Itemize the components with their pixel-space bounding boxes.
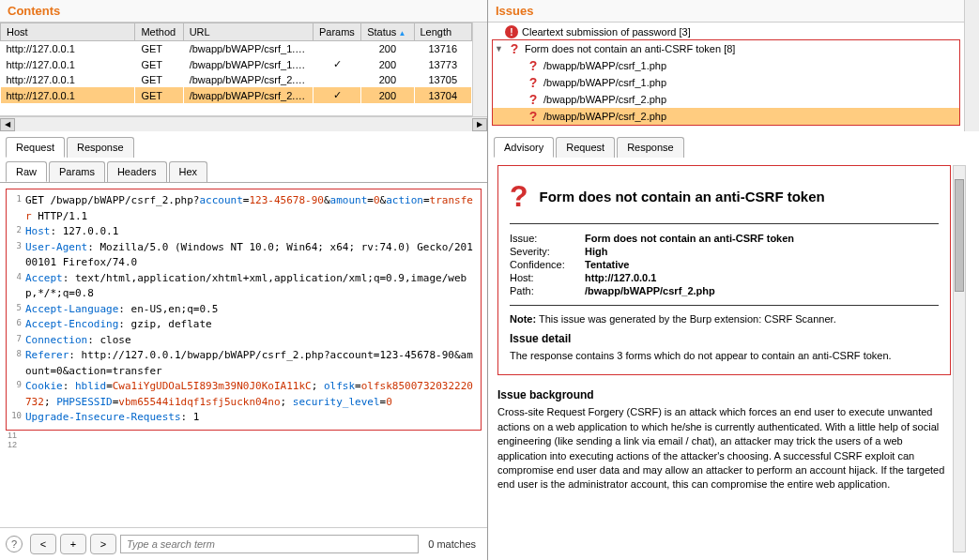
tree-item-label: /bwapp/bWAPP/csrf_2.php (543, 111, 666, 122)
help-icon[interactable]: ? (6, 536, 23, 552)
tree-item[interactable]: ?/bwapp/bWAPP/csrf_1.php (493, 57, 959, 74)
tree-item[interactable]: ?/bwapp/bWAPP/csrf_2.php (493, 108, 959, 125)
issues-tree[interactable]: !Cleartext submission of password [3]▼?F… (488, 23, 964, 131)
tab-raw[interactable]: Raw (6, 161, 47, 182)
contents-vscroll[interactable] (472, 23, 487, 116)
tab-params[interactable]: Params (49, 161, 105, 182)
scroll-left-icon[interactable]: ◀ (0, 118, 15, 131)
question-icon: ? (527, 75, 540, 90)
line-number: 5 (10, 302, 25, 318)
request-line[interactable]: Host: 127.0.0.1 (25, 224, 477, 240)
tree-item-label: /bwapp/bWAPP/csrf_2.php (543, 94, 666, 105)
advisory-title: Form does not contain an anti-CSRF token (540, 189, 825, 204)
search-bar: ? < + > 0 matches (0, 527, 487, 560)
request-line[interactable]: Accept-Language: en-US,en;q=0.5 (25, 302, 477, 318)
advisory-meta: Issue:Form does not contain an anti-CSRF… (510, 232, 939, 297)
tree-item-label: Form does not contain an anti-CSRF token… (525, 43, 735, 54)
issue-background-title: Issue background (497, 388, 951, 401)
left-panel: Contents HostMethodURLParamsStatus ▲Leng… (0, 0, 488, 560)
contents-title: Contents (0, 0, 487, 23)
request-line[interactable]: GET /bwapp/bWAPP/csrf_2.php?account=123-… (25, 193, 477, 224)
sort-indicator-icon: ▲ (396, 29, 405, 38)
meta-value: High (585, 246, 607, 257)
tab-request[interactable]: Request (6, 137, 65, 158)
meta-value: /bwapp/bWAPP/csrf_2.php (585, 285, 715, 296)
tree-item-label: /bwapp/bWAPP/csrf_1.php (543, 60, 666, 71)
line-number: 2 (10, 224, 25, 240)
issues-title: Issues (488, 0, 964, 23)
request-line[interactable]: Cookie: hblid=Cwa1iYgUDOaL5I893m39N0J0Ko… (25, 379, 477, 410)
tab-issue-response[interactable]: Response (617, 137, 684, 158)
scroll-right-icon[interactable]: ▶ (472, 118, 487, 131)
request-line[interactable]: Upgrade-Insecure-Requests: 1 (25, 410, 477, 426)
right-panel: Issues !Cleartext submission of password… (488, 0, 979, 560)
line-number: 8 (10, 348, 25, 379)
table-row[interactable]: http://127.0.0.1GET/bwapp/bWAPP/csrf_2.p… (1, 72, 472, 87)
issue-detail-text: The response contains 3 forms which do n… (510, 349, 939, 363)
column-status[interactable]: Status ▲ (361, 23, 414, 41)
advisory-note: Note: This issue was generated by the Bu… (510, 313, 939, 325)
severity-icon: ? (510, 179, 528, 214)
column-host[interactable]: Host (1, 23, 135, 41)
contents-table[interactable]: HostMethodURLParamsStatus ▲Length http:/… (0, 23, 472, 116)
meta-label: Confidence: (510, 259, 585, 270)
meta-value: Tentative (585, 259, 629, 270)
request-raw-content[interactable]: 1GET /bwapp/bWAPP/csrf_2.php?account=123… (0, 183, 487, 527)
search-add-button[interactable]: + (60, 534, 86, 554)
issues-vscroll[interactable] (964, 0, 979, 131)
line-number: 4 (10, 271, 25, 302)
column-params[interactable]: Params (313, 23, 360, 41)
request-line[interactable]: Accept-Encoding: gzip, deflate (25, 317, 477, 333)
request-response-tabs: Request Response (0, 131, 487, 158)
tab-advisory[interactable]: Advisory (494, 137, 554, 158)
request-line[interactable]: User-Agent: Mozilla/5.0 (Windows NT 10.0… (25, 240, 477, 271)
question-icon: ? (508, 41, 521, 56)
search-prev-button[interactable]: < (30, 534, 56, 554)
tab-hex[interactable]: Hex (169, 161, 208, 182)
request-view-tabs: Raw Params Headers Hex (0, 158, 487, 183)
line-number: 3 (10, 240, 25, 271)
tab-headers[interactable]: Headers (107, 161, 167, 182)
issue-detail-title: Issue detail (510, 332, 939, 345)
meta-label: Issue: (510, 233, 585, 244)
table-row[interactable]: http://127.0.0.1GET/bwapp/bWAPP/csrf_2.p… (1, 87, 472, 103)
column-method[interactable]: Method (135, 23, 183, 41)
disclosure-icon: ▼ (495, 44, 504, 53)
tree-item-label: /bwapp/bWAPP/csrf_1.php (543, 77, 666, 88)
issue-detail-tabs: Advisory Request Response (488, 131, 979, 158)
meta-label: Severity: (510, 246, 585, 257)
line-number: 10 (10, 410, 25, 426)
line-number: 9 (10, 379, 25, 410)
question-icon: ? (527, 92, 540, 107)
advisory-content: ? Form does not contain an anti-CSRF tok… (488, 158, 979, 560)
alert-icon: ! (505, 25, 518, 38)
search-input[interactable] (120, 535, 419, 553)
issue-background-text: Cross-site Request Forgery (CSRF) is an … (497, 405, 951, 492)
search-next-button[interactable]: > (90, 534, 116, 554)
tree-item[interactable]: ?/bwapp/bWAPP/csrf_1.php (493, 74, 959, 91)
request-line[interactable]: Accept: text/html,application/xhtml+xml,… (25, 271, 477, 302)
tab-response[interactable]: Response (67, 137, 134, 158)
meta-label: Path: (510, 285, 585, 296)
request-line[interactable]: Connection: close (25, 333, 477, 349)
meta-value: Form does not contain an anti-CSRF token (585, 233, 794, 244)
tree-item-label: Cleartext submission of password [3] (522, 26, 691, 38)
request-line[interactable]: Referer: http://127.0.0.1/bwapp/bWAPP/cs… (25, 348, 477, 379)
meta-value: http://127.0.0.1 (585, 272, 656, 283)
table-row[interactable]: http://127.0.0.1GET/bwapp/bWAPP/csrf_1.p… (1, 56, 472, 72)
meta-label: Host: (510, 272, 585, 283)
line-number: 7 (10, 333, 25, 349)
table-row[interactable]: http://127.0.0.1GET/bwapp/bWAPP/csrf_1.p… (1, 41, 472, 57)
line-number: 1 (10, 193, 25, 224)
column-length[interactable]: Length (414, 23, 472, 41)
matches-label: 0 matches (422, 538, 482, 550)
line-number: 6 (10, 317, 25, 333)
column-url[interactable]: URL (183, 23, 313, 41)
advisory-vscroll[interactable] (953, 165, 966, 552)
tree-item[interactable]: ?/bwapp/bWAPP/csrf_2.php (493, 91, 959, 108)
contents-hscroll[interactable]: ◀ ▶ (0, 116, 487, 131)
tree-item[interactable]: !Cleartext submission of password [3] (490, 24, 962, 39)
tab-issue-request[interactable]: Request (556, 137, 615, 158)
question-icon: ? (527, 58, 540, 73)
tree-item[interactable]: ▼?Form does not contain an anti-CSRF tok… (493, 40, 959, 57)
